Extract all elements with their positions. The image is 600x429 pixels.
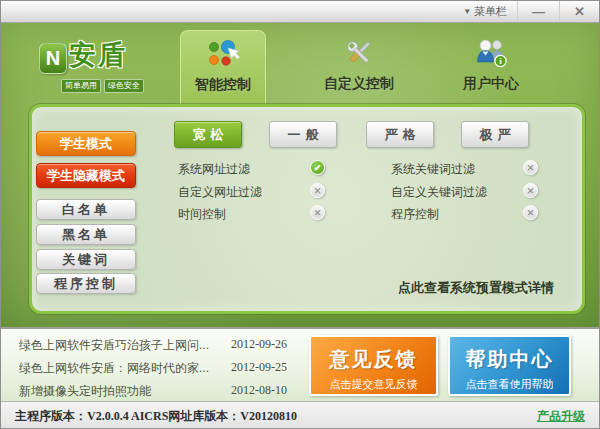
news-title: 新增摄像头定时拍照功能 xyxy=(19,383,231,400)
tab-label: 智能控制 xyxy=(195,76,251,92)
check-icon: ✔ xyxy=(310,160,325,175)
help-center-button[interactable]: 帮助中心 点击查看使用帮助 xyxy=(448,335,571,396)
setting-label: 时间控制 xyxy=(178,206,226,223)
minimize-button[interactable]: — xyxy=(517,1,559,22)
version-info: 主程序版本：V2.0.0.4 AICRS网址库版本：V20120810 xyxy=(15,408,297,425)
mode-button-strict[interactable]: 严格 xyxy=(366,121,434,148)
student-hidden-mode-button[interactable]: 学生隐藏模式 xyxy=(36,163,136,188)
news-date: 2012-09-25 xyxy=(231,360,287,377)
close-button[interactable]: ✕ xyxy=(559,1,599,22)
logo-n-badge: N xyxy=(39,43,67,74)
app-logo: N 安盾 简单易用 绿色安全 xyxy=(39,37,169,101)
cross-icon: ✕ xyxy=(310,183,325,198)
feedback-button[interactable]: 意见反馈 点击提交意见反馈 xyxy=(309,335,438,396)
feedback-button-subtitle: 点击提交意见反馈 xyxy=(311,377,436,392)
news-title: 绿色上网软件安盾巧治孩子上网问... xyxy=(19,337,231,354)
news-item[interactable]: 新增摄像头定时拍照功能 2012-08-10 xyxy=(19,383,304,400)
keywords-button[interactable]: 关键词 xyxy=(36,249,136,270)
mode-button-loose[interactable]: 宽松 xyxy=(174,121,242,148)
news-item[interactable]: 绿色上网软件安盾巧治孩子上网问... 2012-09-26 xyxy=(19,337,304,354)
program-control-button[interactable]: 程序控制 xyxy=(36,273,136,294)
menu-bar-button[interactable]: ▼ 菜单栏 xyxy=(453,1,517,22)
news-strip: 绿色上网软件安盾巧治孩子上网问... 2012-09-26 绿色上网软件安盾：网… xyxy=(1,327,599,401)
setting-label: 系统网址过滤 xyxy=(178,161,250,178)
app-window: ▼ 菜单栏 — ✕ N 安盾 简单易用 绿色安全 xyxy=(0,0,600,429)
setting-label: 自定义网址过滤 xyxy=(178,184,262,201)
menu-bar-label: 菜单栏 xyxy=(474,4,507,19)
news-title: 绿色上网软件安盾：网络时代的家... xyxy=(19,360,231,377)
control-panel: 学生模式 学生隐藏模式 白名单 黑名单 关键词 程序控制 宽松 一般 严格 极严… xyxy=(29,104,585,314)
cross-icon: ✕ xyxy=(310,205,325,220)
tab-user-center[interactable]: i 用户中心 xyxy=(436,30,546,104)
help-button-subtitle: 点击查看使用帮助 xyxy=(450,377,569,392)
tab-label: 用户中心 xyxy=(463,75,519,91)
cross-icon: ✕ xyxy=(523,205,538,220)
logo-tagline-left: 简单易用 xyxy=(61,79,101,93)
tab-custom-control[interactable]: 自定义控制 xyxy=(304,30,414,104)
titlebar: ▼ 菜单栏 — ✕ xyxy=(1,1,599,23)
student-mode-button[interactable]: 学生模式 xyxy=(36,131,136,156)
user-center-icon: i xyxy=(474,36,508,70)
logo-brand-text: 安盾 xyxy=(69,37,127,73)
news-item[interactable]: 绿色上网软件安盾：网络时代的家... 2012-09-25 xyxy=(19,360,304,377)
logo-tagline-right: 绿色安全 xyxy=(104,79,144,93)
feedback-button-title: 意见反馈 xyxy=(311,346,436,373)
cross-icon: ✕ xyxy=(523,183,538,198)
tab-smart-control[interactable]: 智能控制 xyxy=(180,30,266,111)
blacklist-button[interactable]: 黑名单 xyxy=(36,224,136,245)
news-date: 2012-09-26 xyxy=(231,337,287,354)
cross-icon: ✕ xyxy=(523,160,538,175)
tab-label: 自定义控制 xyxy=(324,75,394,91)
custom-control-icon xyxy=(342,36,376,70)
setting-label: 程序控制 xyxy=(391,206,439,223)
smart-control-icon xyxy=(206,37,240,71)
preset-details-link[interactable]: 点此查看系统预置模式详情 xyxy=(398,279,554,297)
help-button-title: 帮助中心 xyxy=(450,346,569,373)
main-background: N 安盾 简单易用 绿色安全 智能控制 xyxy=(1,23,599,327)
whitelist-button[interactable]: 白名单 xyxy=(36,199,136,220)
product-upgrade-link[interactable]: 产品升级 xyxy=(537,408,585,425)
mode-button-severe[interactable]: 极严 xyxy=(461,121,529,148)
news-date: 2012-08-10 xyxy=(231,383,287,400)
chevron-down-icon: ▼ xyxy=(463,7,471,16)
status-bar: 主程序版本：V2.0.0.4 AICRS网址库版本：V20120810 产品升级 xyxy=(1,401,599,429)
setting-label: 自定义关键词过滤 xyxy=(391,184,487,201)
setting-label: 系统关键词过滤 xyxy=(391,161,475,178)
mode-button-normal[interactable]: 一般 xyxy=(269,121,337,148)
